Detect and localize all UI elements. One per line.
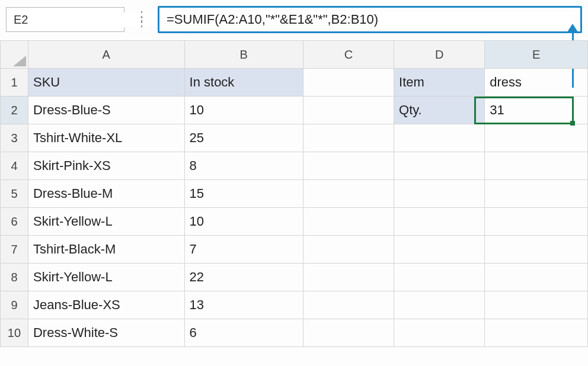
row-3: 3 Tshirt-White-XL 25	[1, 124, 588, 152]
cell-B7[interactable]: 7	[184, 236, 303, 264]
cell-B5[interactable]: 15	[184, 180, 303, 208]
cell-A5[interactable]: Dress-Blue-M	[28, 180, 184, 208]
row-header[interactable]: 5	[1, 180, 28, 208]
row-5: 5 Dress-Blue-M 15	[1, 180, 588, 208]
cell-A9[interactable]: Jeans-Blue-XS	[28, 291, 184, 319]
row-header[interactable]: 9	[1, 291, 28, 319]
cell-B3[interactable]: 25	[184, 124, 303, 152]
cell-D10[interactable]	[394, 319, 485, 347]
cell-D4[interactable]	[394, 152, 485, 180]
row-header[interactable]: 4	[1, 152, 28, 180]
col-header-C[interactable]: C	[303, 41, 394, 69]
col-header-B[interactable]: B	[184, 41, 303, 69]
cell-E4[interactable]	[485, 152, 588, 180]
cell-E5[interactable]	[485, 180, 588, 208]
cell-D3[interactable]	[394, 124, 485, 152]
cell-E9[interactable]	[485, 291, 588, 319]
row-2: 2 Dress-Blue-S 10 Qty. 31	[1, 97, 588, 124]
cell-C5[interactable]	[303, 180, 394, 208]
spreadsheet-grid[interactable]: A B C D E 1 SKU In stock Item dress 2 Dr…	[0, 40, 588, 347]
row-header[interactable]: 10	[1, 319, 28, 347]
cell-E2[interactable]: 31	[485, 97, 588, 124]
cell-D7[interactable]	[394, 236, 485, 264]
row-header[interactable]: 8	[1, 264, 28, 291]
cell-D6[interactable]	[394, 208, 485, 236]
cell-A2[interactable]: Dress-Blue-S	[28, 97, 184, 124]
cell-A7[interactable]: Tshirt-Black-M	[28, 236, 184, 264]
formula-bar-input[interactable]	[165, 11, 574, 28]
cell-A6[interactable]: Skirt-Yellow-L	[28, 208, 184, 236]
cell-D2[interactable]: Qty.	[394, 97, 485, 124]
cell-C3[interactable]	[303, 124, 394, 152]
cell-B2[interactable]: 10	[184, 97, 303, 124]
cell-B10[interactable]: 6	[184, 319, 303, 347]
cell-D9[interactable]	[394, 291, 485, 319]
cell-D5[interactable]	[394, 180, 485, 208]
cell-C1[interactable]	[303, 69, 394, 97]
cell-B9[interactable]: 13	[184, 291, 303, 319]
formula-bar[interactable]	[158, 6, 582, 33]
cell-D8[interactable]	[394, 264, 485, 291]
row-7: 7 Tshirt-Black-M 7	[1, 236, 588, 264]
row-6: 6 Skirt-Yellow-L 10	[1, 208, 588, 236]
cell-E3[interactable]	[485, 124, 588, 152]
cell-B8[interactable]: 22	[184, 264, 303, 291]
cell-C7[interactable]	[303, 236, 394, 264]
cell-B6[interactable]: 10	[184, 208, 303, 236]
row-header[interactable]: 2	[1, 97, 28, 124]
cell-C10[interactable]	[303, 319, 394, 347]
fx-grip-icon: ⋮⋮	[133, 14, 149, 25]
row-header[interactable]: 3	[1, 124, 28, 152]
cell-B1[interactable]: In stock	[184, 69, 303, 97]
col-header-D[interactable]: D	[394, 41, 485, 69]
cell-C8[interactable]	[303, 264, 394, 291]
cell-C6[interactable]	[303, 208, 394, 236]
cell-B4[interactable]: 8	[184, 152, 303, 180]
col-header-E[interactable]: E	[485, 41, 588, 69]
row-header[interactable]: 7	[1, 236, 28, 264]
column-header-row: A B C D E	[1, 41, 588, 69]
select-all-corner[interactable]	[1, 41, 28, 69]
row-8: 8 Skirt-Yellow-L 22	[1, 264, 588, 291]
cell-A4[interactable]: Skirt-Pink-XS	[28, 152, 184, 180]
cell-A3[interactable]: Tshirt-White-XL	[28, 124, 184, 152]
row-4: 4 Skirt-Pink-XS 8	[1, 152, 588, 180]
cell-E8[interactable]	[485, 264, 588, 291]
cell-C2[interactable]	[303, 97, 394, 124]
cell-A10[interactable]: Dress-White-S	[28, 319, 184, 347]
row-header[interactable]: 6	[1, 208, 28, 236]
cell-E6[interactable]	[485, 208, 588, 236]
row-1: 1 SKU In stock Item dress	[1, 69, 588, 97]
cell-D1[interactable]: Item	[394, 69, 485, 97]
col-header-A[interactable]: A	[28, 41, 184, 69]
row-9: 9 Jeans-Blue-XS 13	[1, 291, 588, 319]
cell-E7[interactable]	[485, 236, 588, 264]
name-box[interactable]: ▼	[6, 7, 124, 32]
cell-A1[interactable]: SKU	[28, 69, 184, 97]
cell-E10[interactable]	[485, 319, 588, 347]
cell-A8[interactable]: Skirt-Yellow-L	[28, 264, 184, 291]
cell-C4[interactable]	[303, 152, 394, 180]
formula-toolbar: ▼ ⋮⋮	[0, 0, 588, 40]
row-header[interactable]: 1	[1, 69, 28, 97]
cell-E1[interactable]: dress	[485, 69, 588, 97]
row-10: 10 Dress-White-S 6	[1, 319, 588, 347]
cell-C9[interactable]	[303, 291, 394, 319]
